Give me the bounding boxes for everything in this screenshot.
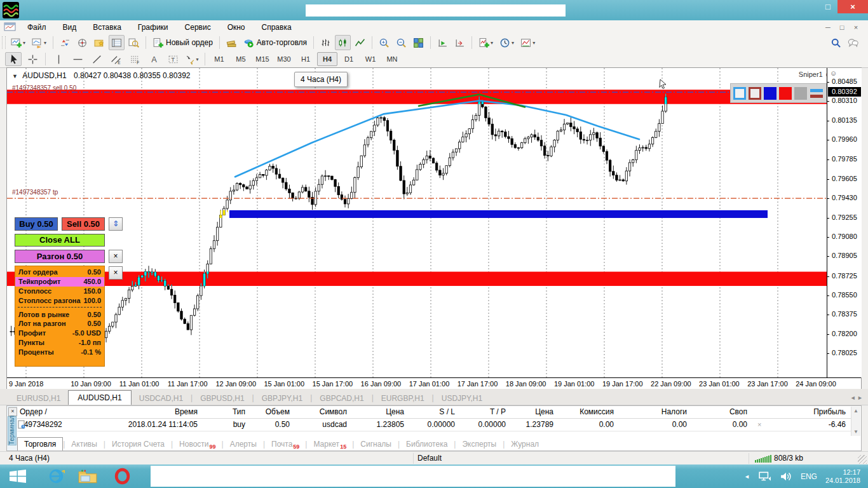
periods-dropdown-icon[interactable]: ▾	[512, 40, 514, 46]
column-header-symbol[interactable]: Символ	[293, 406, 347, 418]
terminal-tab-Журнал[interactable]: Журнал	[505, 438, 545, 451]
bar-chart-button[interactable]	[318, 35, 334, 50]
chart-tab-EURUSD,H1[interactable]: EURUSD,H1	[9, 392, 68, 405]
column-header-profit[interactable]: Прибыль	[750, 406, 846, 418]
terminal-tab-Маркет[interactable]: Маркет15	[307, 438, 352, 451]
market-watch-button[interactable]	[57, 35, 73, 50]
terminal-scrollbar[interactable]: ▲ ▼	[851, 407, 860, 436]
profiles-button[interactable]: ▾	[29, 35, 49, 50]
zoom-out-button[interactable]	[393, 35, 409, 50]
channel-tool[interactable]: E	[107, 52, 124, 66]
close-all-button[interactable]: Close ALL	[15, 234, 105, 247]
terminal-tab-Почта[interactable]: Почта59	[265, 438, 305, 451]
opera-icon[interactable]	[109, 466, 135, 486]
text-a-tool[interactable]: A	[146, 52, 162, 66]
menu-item-Вставка[interactable]: Вставка	[85, 20, 130, 34]
swatch-lines-icon[interactable]	[810, 89, 823, 98]
navigator-button[interactable]	[74, 35, 90, 50]
swatch-darkred[interactable]	[749, 87, 761, 100]
timeframe-H1[interactable]: H1	[295, 52, 316, 66]
chat-button[interactable]	[845, 35, 861, 50]
fibonacci-tool[interactable]: F	[126, 52, 143, 66]
price-axis[interactable]: 0.804850.803100.801350.799600.797850.796…	[827, 68, 862, 377]
terminal-tab-Эксперты[interactable]: Эксперты	[456, 438, 503, 451]
swatch-red[interactable]	[779, 87, 792, 100]
razgon-button[interactable]: Разгон 0.50	[15, 250, 105, 263]
clock[interactable]: 12:1724.01.2018	[825, 468, 860, 485]
column-header-sl[interactable]: S / L	[407, 406, 455, 418]
trendline-tool[interactable]	[88, 52, 105, 66]
chart-tab-AUDUSD,H1[interactable]: AUDUSD,H1	[68, 390, 131, 405]
new-chart-dropdown-icon[interactable]: ▾	[23, 40, 25, 46]
network-icon[interactable]	[759, 471, 771, 482]
column-header-volume[interactable]: Объем	[248, 406, 290, 418]
templates-button[interactable]: ▾	[518, 35, 538, 50]
terminal-tab-Сигналы[interactable]: Сигналы	[354, 438, 398, 451]
cursor-tool[interactable]	[5, 52, 22, 66]
scroll-down-icon[interactable]: ▼	[853, 429, 858, 435]
column-header-id[interactable]: Ордер /	[20, 406, 121, 418]
column-header-price[interactable]: Цена	[350, 406, 404, 418]
mdi-minimize-icon[interactable]: ─	[821, 20, 835, 34]
auto-trading-button[interactable]: Авто-торговля	[241, 35, 309, 50]
menu-item-Окно[interactable]: Окно	[219, 20, 254, 34]
volume-icon[interactable]	[780, 471, 792, 482]
autoscroll-button[interactable]	[435, 35, 451, 50]
scroll-up-icon[interactable]: ▲	[853, 408, 858, 414]
column-header-price2[interactable]: Цена	[509, 406, 553, 418]
column-header-swap[interactable]: Своп	[690, 406, 747, 418]
vline-tool[interactable]	[50, 52, 67, 66]
chart-shift-button[interactable]	[452, 35, 468, 50]
date-axis[interactable]: 9 Jan 201810 Jan 09:0011 Jan 01:0011 Jan…	[7, 377, 861, 390]
terminal-tab-Библиотека[interactable]: Библиотека	[400, 438, 454, 451]
periods-button[interactable]: ▾	[497, 35, 517, 50]
mdi-restore-icon[interactable]: □	[835, 20, 849, 34]
swatch-blue[interactable]	[764, 87, 776, 100]
column-header-tp[interactable]: T / P	[458, 406, 506, 418]
tabs-scroll-right-icon[interactable]: ►	[857, 395, 863, 401]
zoom-in-button[interactable]	[376, 35, 392, 50]
chart-tab-GBPJPY,H1[interactable]: GBPJPY,H1	[254, 392, 310, 405]
chart-tab-GBPUSD,H1[interactable]: GBPUSD,H1	[193, 392, 252, 405]
file-explorer-icon[interactable]	[75, 466, 100, 486]
terminal-tab-Активы[interactable]: Активы	[65, 438, 104, 451]
chart-tab-EURGBP,H1[interactable]: EURGBP,H1	[374, 392, 432, 405]
indicators-button[interactable]: ▾	[476, 35, 496, 50]
terminal-tab-Новости[interactable]: Новости99	[173, 438, 221, 451]
maximize-button[interactable]: □	[818, 0, 837, 13]
terminal-tab-Алерты[interactable]: Алерты	[224, 438, 263, 451]
tray-expand-icon[interactable]: ◄	[744, 473, 750, 480]
menu-item-Файл[interactable]: Файл	[19, 20, 55, 34]
swatch-gray[interactable]	[794, 87, 807, 100]
new-order-button[interactable]: Новый ордер	[150, 35, 215, 50]
strategy-tester-button[interactable]	[126, 35, 142, 50]
terminal-panel-button[interactable]	[109, 35, 125, 50]
chart-tab-USDCAD,H1[interactable]: USDCAD,H1	[132, 392, 191, 405]
tile-windows-button[interactable]	[410, 35, 426, 50]
text-label-tool[interactable]: T	[165, 52, 181, 66]
menu-item-Справка[interactable]: Справка	[254, 20, 300, 34]
new-chart-button[interactable]: ▾	[8, 35, 28, 50]
resize-grip[interactable]	[858, 455, 867, 464]
close-button[interactable]: ×	[837, 0, 868, 13]
favorites-button[interactable]	[92, 35, 107, 50]
collapse-marker-icon[interactable]: ▼	[12, 73, 18, 79]
arrows-dropdown-icon[interactable]: ▾	[196, 57, 198, 62]
column-header-time[interactable]: Время	[128, 406, 198, 418]
sell-button[interactable]: Sell 0.50	[62, 217, 105, 231]
terminal-tab-История Счета[interactable]: История Счета	[105, 438, 171, 451]
column-header-type[interactable]: Тип	[201, 406, 245, 418]
close-razgon-button[interactable]: ×	[109, 250, 123, 263]
menu-item-Вид[interactable]: Вид	[55, 20, 85, 34]
timeframe-M1[interactable]: M1	[209, 52, 229, 66]
timeframe-MN[interactable]: MN	[382, 52, 402, 66]
indicator-swatch-panel[interactable]	[730, 83, 827, 103]
chart-area[interactable]: ▼ AUDUSD,H1 0.80427 0.80438 0.80355 0.80…	[6, 67, 862, 389]
column-header-taxes[interactable]: Налоги	[617, 406, 687, 418]
language-indicator[interactable]: ENG	[801, 472, 817, 481]
chart-tab-GBPCAD,H1[interactable]: GBPCAD,H1	[312, 392, 371, 405]
menu-item-Сервис[interactable]: Сервис	[177, 20, 219, 34]
indicators-dropdown-icon[interactable]: ▾	[491, 40, 493, 46]
order-table-row[interactable]: 14973482922018.01.24 11:14:05buy0.50usdc…	[17, 418, 853, 431]
history-books-button[interactable]	[224, 35, 240, 50]
